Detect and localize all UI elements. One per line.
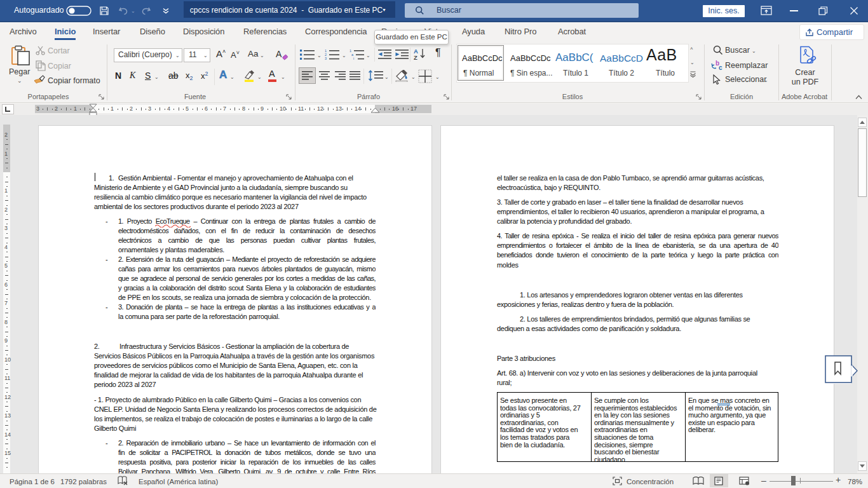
svg-text:3: 3: [325, 57, 327, 60]
svg-text:c: c: [719, 64, 722, 71]
svg-text:Z: Z: [414, 54, 417, 60]
svg-text:i: i: [353, 57, 354, 60]
